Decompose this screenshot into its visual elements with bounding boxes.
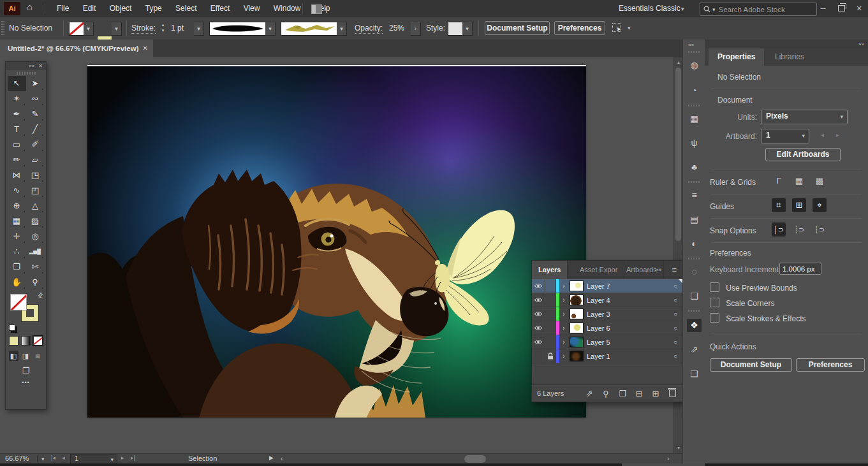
tool-magic-wand[interactable]: ✶ [8,91,26,106]
prev-artboard-icon[interactable]: ◂ [821,131,824,138]
panel-menu-icon[interactable]: ≡ [672,261,677,279]
dock-brushes-icon[interactable]: ψ [687,136,702,150]
dock-grip[interactable] [688,310,700,312]
layer-row[interactable]: › Layer 1 ○ [532,349,683,363]
stroke-weight-value[interactable]: 1 pt [167,22,188,34]
layer-row[interactable]: › Layer 4 ○ [532,293,683,307]
layer-row[interactable]: › Layer 3 ○ [532,307,683,321]
tool-direct-selection[interactable]: ➤ [26,76,45,91]
checkbox-label[interactable]: Use Preview Bounds [726,284,797,293]
status-menu-icon[interactable]: ▶ [269,455,274,461]
last-artboard-icon[interactable]: ▸| [131,455,135,461]
opacity-label[interactable]: Opacity: [355,24,383,34]
tab-asset-export[interactable]: Asset Expor [573,261,624,279]
scroll-right-icon[interactable]: › [667,455,670,462]
next-artboard-icon[interactable]: ▸ [121,455,124,461]
dock-appearance-icon[interactable]: ◌ [687,265,702,279]
fill-color-swatch[interactable] [69,22,84,36]
collapse-dock-icon[interactable]: »» [858,41,864,47]
menu-file[interactable]: File [51,0,75,17]
default-fill-stroke-icon[interactable] [9,324,15,331]
dock-graphic-styles-icon[interactable]: ❑ [687,289,702,303]
home-icon[interactable]: ⌂ [27,1,33,12]
target-circle[interactable]: ○ [668,353,683,360]
tool-mesh[interactable]: ▦ [8,214,26,229]
menu-type[interactable]: Type [140,0,168,17]
collect-for-export-icon[interactable]: ⇗ [581,389,598,398]
lock-toggle[interactable] [545,293,556,307]
visibility-toggle[interactable] [532,279,545,293]
dock-grip[interactable] [688,105,700,106]
brush-definition[interactable] [281,22,338,36]
layer-thumbnail[interactable] [570,337,584,347]
zoom-dropdown-icon[interactable]: ▾ [37,456,45,462]
dock-gradient-icon[interactable]: ▤ [687,213,702,226]
tool-zoom[interactable]: ⚲ [26,275,45,290]
draw-inside-icon[interactable]: ◙ [33,351,43,361]
next-artboard-icon[interactable]: ▸ [836,131,839,138]
menu-window[interactable]: Window [268,0,307,17]
scroll-left-icon[interactable]: ‹ [281,455,283,462]
tool-lasso[interactable]: ∾ [26,91,45,106]
visibility-toggle[interactable] [532,293,545,307]
panel-grip[interactable] [1,21,4,35]
menu-object[interactable]: Object [104,0,138,17]
tool-slice[interactable]: ✄ [26,259,45,275]
prev-artboard-icon[interactable]: ◂ [62,455,65,461]
expand-chevron[interactable]: › [559,324,568,331]
lock-toggle[interactable] [545,307,556,321]
restore-button[interactable] [832,0,850,17]
dock-color-icon[interactable]: ◍ [687,59,702,72]
step-down[interactable]: ▾ [162,28,165,33]
visibility-toggle[interactable] [532,349,545,363]
tools-panel-header[interactable]: «« ✕ [6,62,46,70]
artboard[interactable] [87,65,586,418]
app-logo[interactable]: Ai [4,2,20,15]
layer-thumbnail[interactable] [570,280,584,291]
lock-toggle[interactable] [545,335,556,349]
ruler-icon[interactable]: Γ [772,174,786,188]
expand-panels-icon[interactable]: «« [688,42,694,48]
first-artboard-icon[interactable]: |◂ [51,455,55,461]
scale-corners-checkbox[interactable] [710,298,719,307]
draw-behind-icon[interactable]: ◨ [21,351,31,361]
delete-layer-button[interactable] [664,389,680,398]
tool-scale[interactable]: ◳ [26,168,45,183]
snap-to-point-icon[interactable]: │⊃ [772,222,786,237]
dock-swatches-icon[interactable]: ▦ [687,112,702,126]
menu-view[interactable]: View [238,0,266,17]
layer-name[interactable]: Layer 7 [587,282,668,290]
tool-eyedropper[interactable]: ✛ [8,229,26,244]
dock-grip[interactable] [688,181,700,183]
gradient-button[interactable] [21,336,31,346]
tool-paintbrush[interactable]: ✐ [26,137,45,152]
close-button[interactable]: ✕ [850,0,868,17]
vertical-scroll-thumb[interactable] [675,68,681,241]
dock-artboards-icon[interactable]: ❏ [687,367,702,381]
workspace-label[interactable]: Essentials Classic [619,4,680,13]
tool-curvature[interactable]: ✎ [26,106,45,122]
show-guides-icon[interactable]: ⌗ [772,198,786,212]
edit-toolbar-icon[interactable]: ••• [6,379,46,386]
dock-transparency-icon[interactable]: ◐ [687,237,702,251]
select-similar-icon[interactable]: ➤ [616,25,621,33]
opacity-expander[interactable]: › [411,22,421,36]
tab-libraries[interactable]: Libraries [766,48,813,66]
snap-to-pixel-icon[interactable]: ┆⊃ [813,222,827,237]
layer-thumbnail[interactable] [570,309,584,319]
target-circle[interactable]: ○ [668,324,683,331]
stroke-dropdown[interactable]: ▾ [112,22,122,36]
chevron-down-icon[interactable]: ▾ [628,25,631,31]
tab-layers[interactable]: Layers [532,261,568,279]
artboard-dropdown[interactable]: 1 ▾ [761,129,809,143]
locate-object-icon[interactable]: ⚲ [598,389,614,398]
checkbox-label[interactable]: Scale Strokes & Effects [726,314,805,323]
tab-properties[interactable]: Properties [709,48,764,66]
zoom-level[interactable]: 66.67% [5,455,29,462]
use-preview-bounds-checkbox[interactable] [710,282,719,292]
dock-symbols-icon[interactable]: ♣ [687,161,702,174]
chevron-down-icon[interactable]: ▾ [325,6,328,12]
tool-rectangle[interactable]: ▭ [8,137,26,152]
dock-grip[interactable] [688,51,700,53]
document-setup-button[interactable]: Document Setup [710,358,792,372]
